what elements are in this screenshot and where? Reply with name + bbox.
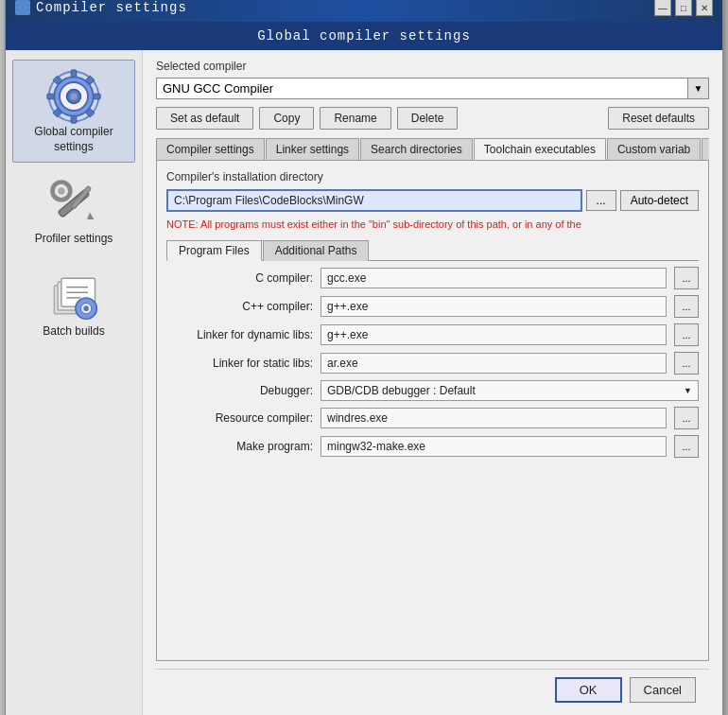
cpp-compiler-row: C++ compiler: ... — [166, 295, 699, 318]
resource-compiler-row: Resource compiler: ... — [166, 407, 699, 429]
inner-tab-additional-paths[interactable]: Additional Paths — [263, 240, 370, 261]
compiler-dropdown[interactable]: GNU GCC Compiler — [156, 78, 688, 99]
title-bar-left: Compiler settings — [15, 0, 187, 15]
cpp-compiler-input[interactable] — [321, 296, 667, 317]
c-compiler-browse[interactable]: ... — [674, 267, 699, 289]
install-dir-input[interactable] — [166, 189, 582, 212]
profiler-icon — [45, 175, 102, 232]
install-dir-row: ... Auto-detect — [166, 189, 699, 212]
linker-dynamic-browse[interactable]: ... — [674, 323, 699, 346]
make-program-row: Make program: ... — [166, 435, 699, 458]
compiler-buttons-row: Set as default Copy Rename Delete Reset … — [156, 107, 709, 130]
selected-compiler-label: Selected compiler — [156, 60, 709, 73]
batch-icon — [45, 268, 102, 324]
program-files-panel: C compiler: ... C++ compiler: ... — [166, 261, 699, 458]
sidebar-item-label-batch: Batch builds — [43, 324, 104, 340]
reset-defaults-button[interactable]: Reset defaults — [608, 107, 709, 130]
rename-button[interactable]: Rename — [320, 107, 390, 130]
sidebar-item-profiler[interactable]: Profiler settings — [12, 166, 135, 255]
main-window: Compiler settings — □ ✕ Global compiler … — [5, 0, 723, 715]
sidebar-item-global-compiler[interactable]: Global compilersettings — [12, 60, 135, 163]
debugger-label: Debugger: — [166, 384, 313, 397]
tab-custom-variables[interactable]: Custom variab — [607, 138, 701, 161]
linker-static-input[interactable] — [321, 353, 667, 374]
sidebar: Global compilersettings Profiler setting… — [6, 50, 143, 715]
delete-button[interactable]: Delete — [397, 107, 459, 130]
tab-scroll-left[interactable]: ◄ — [702, 138, 709, 161]
linker-static-browse[interactable]: ... — [674, 352, 699, 375]
sidebar-item-label-profiler: Profiler settings — [35, 232, 113, 247]
svg-point-15 — [58, 187, 65, 195]
ok-button[interactable]: OK — [555, 677, 622, 703]
main-content: Selected compiler GNU GCC Compiler ▼ Set… — [143, 50, 722, 715]
linker-dynamic-input[interactable] — [321, 324, 667, 345]
install-dir-section: Compiler's installation directory ... Au… — [166, 170, 699, 232]
compiler-dropdown-arrow[interactable]: ▼ — [688, 78, 709, 99]
resource-compiler-browse[interactable]: ... — [674, 407, 699, 429]
sidebar-item-label-global-compiler: Global compilersettings — [34, 125, 113, 154]
tab-linker-settings[interactable]: Linker settings — [266, 138, 359, 161]
title-bar: Compiler settings — □ ✕ — [6, 0, 722, 22]
install-dir-label: Compiler's installation directory — [166, 170, 699, 183]
gear-icon — [45, 68, 102, 125]
sidebar-item-batch[interactable]: Batch builds — [12, 259, 135, 348]
install-dir-note: NOTE: All programs must exist either in … — [166, 218, 699, 232]
install-dir-browse-button[interactable]: ... — [586, 190, 616, 211]
svg-point-12 — [70, 93, 78, 100]
tab-panel-toolchain: Compiler's installation directory ... Au… — [156, 161, 709, 661]
window-icon — [15, 0, 30, 15]
cancel-button[interactable]: Cancel — [630, 677, 696, 703]
tab-compiler-settings[interactable]: Compiler settings — [156, 138, 265, 161]
debugger-dropdown-arrow: ▼ — [684, 386, 692, 395]
dialog-title: Global compiler settings — [6, 22, 722, 50]
tab-search-directories[interactable]: Search directories — [360, 138, 473, 161]
debugger-value: GDB/CDB debugger : Default — [327, 384, 476, 397]
set-as-default-button[interactable]: Set as default — [156, 107, 253, 130]
svg-point-26 — [83, 305, 89, 311]
bottom-bar: OK Cancel — [156, 669, 709, 712]
debugger-row: Debugger: GDB/CDB debugger : Default ▼ — [166, 380, 699, 401]
inner-tabs-section: Program Files Additional Paths C compile… — [166, 239, 699, 651]
make-program-label: Make program: — [166, 440, 313, 453]
auto-detect-button[interactable]: Auto-detect — [620, 190, 699, 211]
linker-static-label: Linker for static libs: — [166, 357, 313, 370]
window-title: Compiler settings — [36, 0, 187, 15]
inner-tabs: Program Files Additional Paths — [166, 239, 699, 261]
inner-tab-program-files[interactable]: Program Files — [166, 240, 262, 261]
cpp-compiler-label: C++ compiler: — [166, 300, 313, 313]
minimize-button[interactable]: — — [654, 0, 671, 16]
svg-rect-16 — [71, 186, 92, 210]
compiler-select-row: GNU GCC Compiler ▼ — [156, 78, 709, 99]
compiler-select-section: Selected compiler GNU GCC Compiler ▼ — [156, 60, 709, 99]
linker-dynamic-label: Linker for dynamic libs: — [166, 328, 313, 341]
maximize-button[interactable]: □ — [675, 0, 692, 16]
make-program-browse[interactable]: ... — [674, 435, 699, 458]
tabs-section: Compiler settings Linker settings Search… — [156, 137, 709, 661]
close-button[interactable]: ✕ — [696, 0, 713, 16]
resource-compiler-input[interactable] — [321, 408, 667, 428]
svg-marker-17 — [87, 213, 95, 220]
title-bar-controls: — □ ✕ — [654, 0, 713, 16]
cpp-compiler-browse[interactable]: ... — [674, 295, 699, 318]
copy-button[interactable]: Copy — [259, 107, 314, 130]
window-body: Global compilersettings Profiler setting… — [6, 50, 722, 715]
c-compiler-input[interactable] — [321, 268, 667, 288]
make-program-input[interactable] — [321, 436, 667, 457]
resource-compiler-label: Resource compiler: — [166, 411, 313, 425]
c-compiler-label: C compiler: — [166, 271, 313, 285]
debugger-dropdown[interactable]: GDB/CDB debugger : Default ▼ — [321, 380, 699, 401]
tab-toolchain-executables[interactable]: Toolchain executables — [474, 138, 606, 161]
linker-static-row: Linker for static libs: ... — [166, 352, 699, 375]
main-tabs: Compiler settings Linker settings Search… — [156, 137, 709, 161]
linker-dynamic-row: Linker for dynamic libs: ... — [166, 323, 699, 346]
c-compiler-row: C compiler: ... — [166, 267, 699, 289]
